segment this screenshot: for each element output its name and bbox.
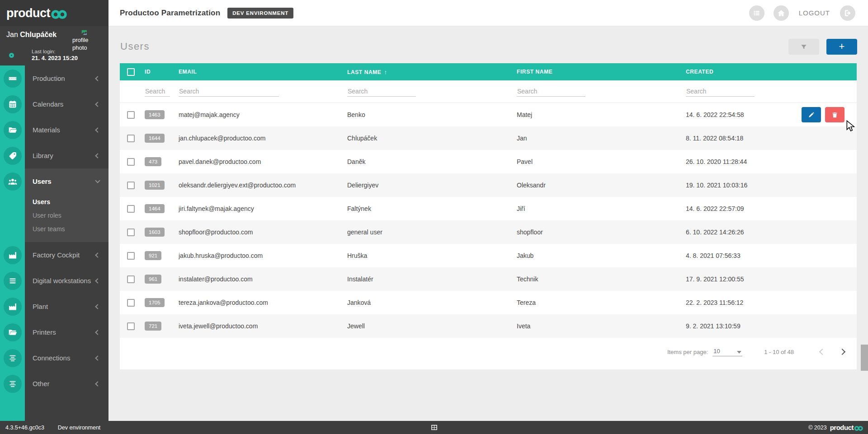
table-body: 1463 matej@majak.agency Benko Matej 14. … (120, 103, 857, 338)
table-row[interactable]: 1463 matej@majak.agency Benko Matej 14. … (120, 103, 857, 126)
production-icon (8, 74, 17, 83)
table-row[interactable]: 1464 jiri.faltynek@majak.agency Faltýnek… (120, 197, 857, 220)
row-checkbox[interactable] (127, 158, 135, 166)
sidebar-item[interactable]: Other (0, 371, 108, 397)
row-checkbox[interactable] (127, 135, 135, 142)
next-page-button[interactable] (839, 349, 845, 355)
grid-icon[interactable] (430, 424, 438, 431)
sidebar-item-icon-circle (4, 70, 22, 88)
sidebar-item[interactable]: Calendars (0, 91, 108, 117)
cell-first-name: Matej (517, 111, 686, 118)
column-header-last-name[interactable]: LAST NAME↑ (347, 69, 517, 75)
sidebar-item[interactable]: Users (0, 168, 108, 194)
sidebar-nav-group: Printers (0, 319, 108, 345)
last-login: Last login: 21. 4. 2023 15:20 (32, 49, 78, 61)
top-header: Productoo Parametrization DEV ENVIRONMEN… (108, 0, 868, 26)
sidebar-subitem[interactable]: User roles (0, 209, 108, 222)
sidebar-item[interactable]: Digital workstations (0, 268, 108, 294)
search-input-created[interactable] (686, 86, 755, 97)
cell-last-name: Benko (347, 111, 517, 118)
search-input-email[interactable] (179, 86, 279, 97)
plant-icon (8, 302, 17, 311)
search-input-first-name[interactable] (517, 86, 585, 97)
table-row[interactable]: 961 instalater@productoo.com Instalatér … (120, 267, 857, 291)
cell-created: 14. 6. 2022 22:57:09 (686, 205, 857, 212)
table-row[interactable]: 721 iveta.jewell@productoo.com Jewell Iv… (120, 314, 857, 338)
sidebar-item[interactable]: Connections (0, 345, 108, 371)
menu-list-button[interactable] (749, 5, 764, 21)
row-checkbox[interactable] (127, 299, 135, 307)
sidebar-item[interactable]: Production (0, 65, 108, 91)
column-header-first-name[interactable]: FIRST NAME (517, 69, 686, 75)
add-user-button[interactable]: + (826, 39, 857, 55)
table-row[interactable]: 1705 tereza.jankova@productoo.com Jankov… (120, 291, 857, 314)
filter-funnel-icon (800, 43, 807, 51)
sidebar-item[interactable]: Materials (0, 117, 108, 143)
avatar-alt-text: profile (72, 36, 99, 44)
sidebar-nav-group: Library (0, 143, 108, 168)
cell-id: 1603 (145, 228, 179, 237)
row-checkbox[interactable] (127, 205, 135, 213)
previous-page-button[interactable] (819, 349, 826, 355)
users-table: ID EMAIL LAST NAME↑ FIRST NAME CREATED 1… (120, 63, 857, 369)
sidebar-item-label: Connections (33, 354, 70, 362)
table-row[interactable]: 1021 oleksandr.deliergiyev.ext@productoo… (120, 173, 857, 197)
row-actions (802, 107, 844, 122)
pagination-range: 1 - 10 of 48 (764, 349, 794, 355)
productoo-logo[interactable]: product (6, 6, 68, 20)
chevron-icon (95, 102, 100, 107)
items-per-page-value: 10 (713, 348, 720, 355)
sidebar-item[interactable]: Library (0, 143, 108, 168)
printers-icon (8, 328, 17, 337)
scrollbar-thumb[interactable] (861, 345, 868, 371)
row-checkbox[interactable] (127, 275, 135, 283)
row-checkbox[interactable] (127, 111, 135, 119)
logo-text: product (6, 6, 50, 20)
items-per-page-label: Items per page: (667, 349, 708, 355)
sidebar-nav: Production Calendars (0, 65, 108, 397)
column-header-created[interactable]: CREATED (686, 69, 857, 75)
column-header-email[interactable]: EMAIL (179, 69, 347, 75)
id-badge: 1464 (145, 204, 165, 213)
logout-button[interactable] (840, 5, 855, 21)
edit-button[interactable] (802, 107, 821, 122)
row-checkbox[interactable] (127, 252, 135, 260)
row-checkbox[interactable] (127, 182, 135, 189)
user-panel: Jan Chlupáček profile photo Last login: … (0, 26, 108, 65)
calendars-icon (8, 100, 17, 109)
filter-button[interactable] (788, 39, 819, 55)
sidebar-item[interactable]: Plant (0, 294, 108, 319)
status-ring-icon (9, 53, 14, 58)
sidebar-item[interactable]: Printers (0, 319, 108, 345)
home-button[interactable] (774, 5, 789, 21)
logout-label[interactable]: LOGOUT (799, 9, 830, 17)
sidebar-item-icon-circle (4, 323, 22, 341)
chevron-icon (95, 355, 100, 360)
table-row[interactable]: 1603 shopfloor@productoo.com general use… (120, 220, 857, 244)
items-per-page-select[interactable]: 10 (712, 348, 742, 356)
cell-last-name: Hruška (347, 252, 517, 259)
search-input-last-name[interactable] (347, 86, 416, 97)
sidebar-item[interactable]: Factory Cockpit (0, 242, 108, 268)
search-input-id[interactable] (145, 86, 170, 97)
row-checkbox[interactable] (127, 322, 135, 330)
table-row[interactable]: 473 pavel.danek@productoo.com Daněk Pave… (120, 150, 857, 173)
sidebar-subitem[interactable]: Users (0, 195, 108, 209)
cell-id: 921 (145, 251, 179, 260)
sidebar-nav-group: Materials (0, 117, 108, 143)
cell-last-name: Deliergiyev (347, 182, 517, 189)
cell-created: 19. 10. 2021 10:03:16 (686, 182, 857, 189)
column-header-id[interactable]: ID (145, 69, 179, 75)
page-title: Users (120, 41, 150, 52)
table-row[interactable]: 921 jakub.hruska@productoo.com Hruška Ja… (120, 244, 857, 267)
sidebar-item-label: Calendars (33, 100, 63, 108)
cell-id: 1463 (145, 110, 179, 119)
cell-id: 1644 (145, 134, 179, 143)
user-name: Jan Chlupáček (6, 31, 57, 39)
row-checkbox[interactable] (127, 229, 135, 236)
chevron-icon (95, 278, 100, 283)
delete-button[interactable] (825, 107, 844, 122)
select-all-checkbox[interactable] (127, 68, 135, 76)
table-row[interactable]: 1644 jan.chlupacek@productoo.com Chlupáč… (120, 126, 857, 150)
sidebar-subitem[interactable]: User teams (0, 222, 108, 236)
